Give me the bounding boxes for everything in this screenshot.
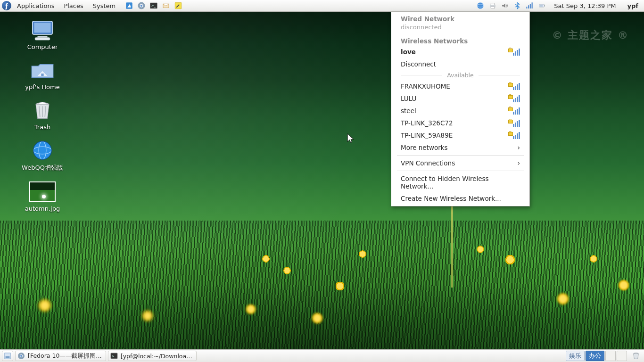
quick-launchers: >_ bbox=[124, 0, 183, 11]
desktop-icon-webqq[interactable]: WebQQ增强版 bbox=[14, 139, 71, 172]
chevron-right-icon: › bbox=[517, 144, 520, 151]
flower bbox=[335, 281, 345, 291]
flower bbox=[262, 255, 270, 263]
tray-battery-icon[interactable] bbox=[537, 1, 546, 10]
launcher-chromium-icon[interactable] bbox=[136, 0, 147, 11]
lock-icon bbox=[508, 131, 512, 136]
tray-trash-icon[interactable] bbox=[631, 351, 641, 361]
wifi-signal-icon bbox=[513, 107, 520, 115]
workspace-3[interactable] bbox=[605, 351, 616, 361]
tray-printer-icon[interactable] bbox=[488, 1, 497, 10]
menu-places[interactable]: Places bbox=[59, 1, 88, 11]
wifi-signal-icon bbox=[513, 120, 520, 127]
flower bbox=[504, 254, 516, 265]
desktop-background[interactable]: © 主题之家 ® bbox=[0, 0, 644, 362]
desktop-icon-label: ypf's Home bbox=[25, 83, 59, 90]
wifi-ssid-label: LULU bbox=[401, 95, 416, 102]
flower bbox=[556, 292, 570, 305]
flower bbox=[358, 250, 367, 258]
flower bbox=[38, 298, 52, 313]
wifi-signal-icon bbox=[513, 83, 520, 90]
network-menu: Wired Network disconnected Wireless Netw… bbox=[391, 12, 530, 206]
desktop-icon-computer[interactable]: Computer bbox=[14, 19, 71, 50]
wifi-available-item[interactable]: TP-LINK_59A89E bbox=[391, 129, 529, 141]
svg-point-33 bbox=[20, 355, 22, 357]
svg-rect-14 bbox=[530, 4, 531, 8]
svg-point-3 bbox=[140, 5, 143, 7]
taskbar-button[interactable]: [Fedora 10——截屏抓图… bbox=[15, 351, 106, 361]
lock-icon bbox=[508, 82, 512, 87]
wifi-ssid-label: TP-LINK_326C72 bbox=[401, 119, 453, 127]
wifi-available-item[interactable]: steel bbox=[391, 105, 529, 117]
desktop-icon-trash[interactable]: Trash bbox=[14, 99, 71, 131]
image-thumb-icon bbox=[29, 181, 56, 203]
disconnect-label: Disconnect bbox=[401, 60, 436, 68]
create-new-network-item[interactable]: Create New Wireless Network... bbox=[391, 192, 529, 206]
user-menu[interactable]: ypf bbox=[622, 2, 644, 9]
menu-separator bbox=[397, 171, 524, 171]
workspace-2[interactable]: 办公 bbox=[586, 351, 604, 361]
desktop-icon-label: automn.jpg bbox=[25, 205, 60, 212]
fedora-logo-icon[interactable]: ƒ bbox=[2, 1, 11, 10]
lock-icon bbox=[508, 48, 512, 52]
desktop-icon-automn[interactable]: automn.jpg bbox=[14, 181, 71, 212]
tray-network-icon[interactable] bbox=[525, 1, 534, 10]
terminal-icon: >_ bbox=[110, 352, 118, 360]
desktop-icon-label: WebQQ增强版 bbox=[22, 164, 63, 172]
wifi-ssid-label: TP-LINK_59A89E bbox=[401, 132, 453, 139]
trash-icon bbox=[29, 99, 56, 122]
more-networks-item[interactable]: More networks › bbox=[391, 141, 529, 154]
menu-system[interactable]: System bbox=[88, 1, 120, 11]
vpn-connections-item[interactable]: VPN Connections › bbox=[391, 157, 529, 169]
svg-rect-30 bbox=[6, 356, 10, 358]
desktop-icon-label: Trash bbox=[34, 123, 50, 131]
show-desktop-button[interactable] bbox=[2, 351, 13, 361]
taskbar-button[interactable]: >_ [ypf@local:~/Downloa… bbox=[108, 351, 197, 361]
tray-volume-icon[interactable] bbox=[500, 1, 510, 10]
available-separator: Available bbox=[401, 72, 520, 79]
svg-rect-21 bbox=[38, 36, 48, 38]
svg-rect-23 bbox=[41, 74, 43, 76]
svg-rect-11 bbox=[491, 7, 495, 8]
svg-rect-15 bbox=[532, 2, 533, 8]
flower bbox=[311, 312, 323, 324]
wifi-available-item[interactable]: FRANKXUHOME bbox=[391, 80, 529, 92]
workspace-1[interactable]: 娱乐 bbox=[566, 351, 585, 361]
workspace-4[interactable] bbox=[617, 351, 627, 361]
menu-separator bbox=[397, 155, 524, 156]
wifi-signal-icon bbox=[513, 95, 520, 102]
wifi-ssid-label: steel bbox=[401, 107, 416, 115]
wired-network-status: disconnected bbox=[391, 24, 529, 34]
svg-rect-18 bbox=[540, 5, 543, 7]
taskbar-label: [Fedora 10——截屏抓图… bbox=[28, 352, 102, 360]
launcher-terminal-icon[interactable]: >_ bbox=[149, 0, 159, 11]
desktop-icon-home[interactable]: ypf's Home bbox=[14, 59, 71, 90]
launcher-notes-icon[interactable] bbox=[173, 0, 183, 11]
taskbar-label: [ypf@local:~/Downloa… bbox=[121, 353, 192, 360]
flower bbox=[618, 279, 630, 291]
flower bbox=[283, 266, 291, 275]
svg-rect-12 bbox=[527, 7, 528, 8]
svg-rect-20 bbox=[34, 23, 51, 33]
chromium-icon bbox=[17, 352, 25, 360]
flower bbox=[245, 304, 256, 315]
top-menu-left: ƒ Applications Places System bbox=[0, 1, 120, 11]
wifi-disconnect-item[interactable]: Disconnect bbox=[391, 58, 529, 70]
launcher-mail-icon[interactable] bbox=[161, 0, 171, 11]
tray-globe-icon[interactable] bbox=[476, 1, 485, 10]
menu-applications[interactable]: Applications bbox=[12, 1, 59, 11]
wired-network-header: Wired Network bbox=[391, 12, 529, 24]
system-tray bbox=[476, 1, 548, 10]
connect-hidden-item[interactable]: Connect to Hidden Wireless Network... bbox=[391, 173, 529, 192]
wifi-available-item[interactable]: TP-LINK_326C72 bbox=[391, 117, 529, 129]
launcher-app-icon[interactable] bbox=[124, 0, 134, 11]
wifi-available-item[interactable]: LULU bbox=[391, 92, 529, 105]
tray-bluetooth-icon[interactable] bbox=[512, 1, 522, 10]
desktop-icon-label: Computer bbox=[27, 43, 58, 50]
clock[interactable]: Sat Sep 3, 12:39 PM bbox=[548, 2, 621, 9]
grass-layer bbox=[0, 221, 644, 362]
wifi-ssid-label: FRANKXUHOME bbox=[401, 82, 450, 90]
wifi-signal-icon bbox=[513, 49, 520, 56]
wifi-connected-item[interactable]: love bbox=[391, 46, 529, 58]
lock-icon bbox=[508, 119, 512, 123]
